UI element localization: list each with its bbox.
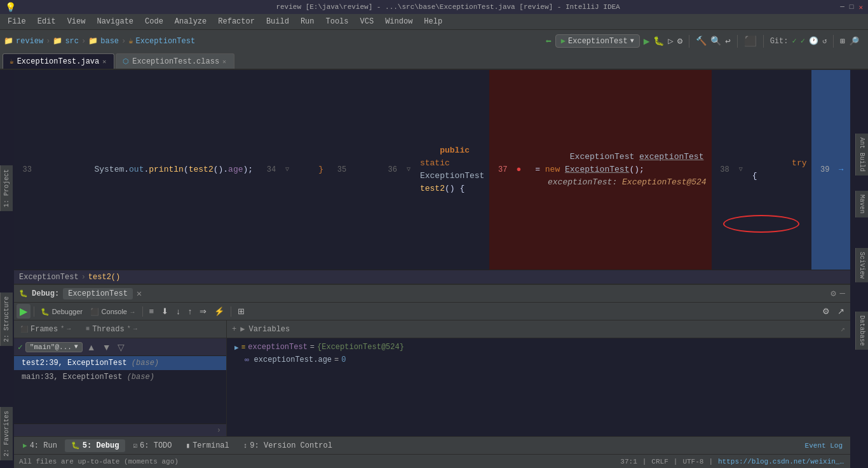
debugger-tab-btn[interactable]: 🐛 Debugger xyxy=(37,305,86,317)
gutter-37-breakpoint[interactable]: ● xyxy=(512,163,525,176)
debug-config-label[interactable]: ExceptionTest xyxy=(63,288,133,299)
thread-up-btn[interactable]: ▲ xyxy=(85,341,98,353)
menu-tools[interactable]: Tools xyxy=(321,16,354,27)
gutter-34[interactable]: ▽ xyxy=(281,163,294,176)
tab-java-close[interactable]: ✕ xyxy=(102,58,106,65)
menu-file[interactable]: File xyxy=(3,16,31,27)
run-cursor-btn[interactable]: ⇒ xyxy=(196,305,210,317)
update-btn[interactable]: ↩ xyxy=(725,36,730,46)
tab-terminal[interactable]: ▮ Terminal xyxy=(180,439,236,452)
menu-window[interactable]: Window xyxy=(380,16,417,27)
debug-button[interactable]: 🐛 xyxy=(653,36,664,46)
sidebar-tab-ant-build[interactable]: Ant Build xyxy=(855,134,868,176)
gutter-36[interactable]: ▽ xyxy=(402,163,415,176)
debug-body: ⬛ Frames * → ≡ Threads * → xyxy=(14,320,850,436)
debug-minimize-icon[interactable]: ─ xyxy=(840,289,845,299)
thread-down-btn[interactable]: ▼ xyxy=(100,341,113,353)
frames-layout-btn[interactable]: ≡ xyxy=(146,305,158,317)
run-button[interactable]: ▶ xyxy=(644,35,650,48)
resume-btn[interactable]: ▶ xyxy=(17,304,31,319)
sidebar-tab-maven[interactable]: Maven xyxy=(855,191,868,217)
frame-item-test2[interactable]: test2:39, ExceptionTest (base) xyxy=(14,356,226,370)
var-expander-1[interactable]: ▶ xyxy=(234,343,239,352)
maximize-button[interactable]: □ xyxy=(850,3,854,11)
breadcrumb-src[interactable]: src xyxy=(65,37,79,46)
status-encoding[interactable]: UTF-8 xyxy=(682,458,703,465)
status-position[interactable]: 37:1 xyxy=(620,458,637,465)
tab-exception-class[interactable]: ⬡ ExceptionTest.class ✕ xyxy=(116,53,234,69)
layout-btn[interactable]: ⊞ xyxy=(840,36,845,46)
line-num-39: 39 xyxy=(811,163,834,176)
breadcrumb-method-name[interactable]: test2() xyxy=(88,273,120,282)
debug-gear-icon[interactable]: ⚙ xyxy=(831,288,836,299)
var-obj-icon-1: ≡ xyxy=(241,343,246,351)
gutter-38[interactable]: ▽ xyxy=(735,163,747,176)
nav-back-btn[interactable]: ⬅ xyxy=(545,35,552,48)
coverage-button[interactable]: ▷ xyxy=(668,36,673,46)
sidebar-tab-project[interactable]: 1: Project xyxy=(0,165,13,211)
menu-navigate[interactable]: Navigate xyxy=(92,16,139,27)
breadcrumb-arrow: › xyxy=(81,273,86,282)
thread-dropdown[interactable]: "main"@... ▼ xyxy=(25,342,83,352)
debug-settings-btn[interactable]: ⚙ xyxy=(819,305,833,317)
status-line-sep[interactable]: CRLF xyxy=(651,458,668,465)
tab-debug[interactable]: 🐛 5: Debug xyxy=(65,439,126,452)
evaluate-btn[interactable]: ⚡ xyxy=(211,305,227,317)
close-button[interactable]: ✕ xyxy=(858,3,863,11)
menu-build[interactable]: Build xyxy=(261,16,294,27)
step-out-btn[interactable]: ↑ xyxy=(185,305,196,317)
frames-grid-btn[interactable]: ⊞ xyxy=(234,305,248,317)
debug-left-panel: ⬛ Frames * → ≡ Threads * → xyxy=(14,320,227,436)
menu-run[interactable]: Run xyxy=(295,16,320,27)
menu-help[interactable]: Help xyxy=(419,16,447,27)
var-item-age[interactable]: ∞ exceptionTest.age = 0 xyxy=(232,354,845,366)
menu-refactor[interactable]: Refactor xyxy=(213,16,260,27)
breadcrumb-class-name[interactable]: ExceptionTest xyxy=(19,273,79,282)
stop-button[interactable]: ⬛ xyxy=(744,35,757,48)
tab-todo[interactable]: ☑ 6: TODO xyxy=(126,439,178,452)
minimize-button[interactable]: ─ xyxy=(840,3,844,11)
status-git-branch[interactable]: https://blog.csdn.net/weixin_4350880... xyxy=(718,458,845,465)
menu-view[interactable]: View xyxy=(62,16,91,27)
thread-filter-btn[interactable]: ▽ xyxy=(116,341,126,353)
menu-code[interactable]: Code xyxy=(140,16,168,27)
tab-version-control[interactable]: ↕ 9: Version Control xyxy=(237,439,339,452)
search-everywhere-btn[interactable]: 🔎 xyxy=(849,36,859,46)
step-over-btn[interactable]: ⬇ xyxy=(158,305,172,317)
event-log-link[interactable]: Event Log xyxy=(805,442,843,450)
var-item-exceptiontest[interactable]: ▶ ≡ exceptionTest = {ExceptionTest@524} xyxy=(232,341,845,354)
git-revert-icon[interactable]: ↺ xyxy=(822,36,827,46)
add-var-icon[interactable]: + xyxy=(232,325,236,334)
menu-analyze[interactable]: Analyze xyxy=(170,16,212,27)
search-btn[interactable]: 🔍 xyxy=(710,36,721,46)
debug-close-icon[interactable]: ✕ xyxy=(137,288,142,299)
console-tab-btn[interactable]: ⬛ Console → xyxy=(87,305,139,317)
frames-expand-icon[interactable]: › xyxy=(217,426,221,435)
menu-edit[interactable]: Edit xyxy=(32,16,61,27)
frame-item-main[interactable]: main:33, ExceptionTest (base) xyxy=(14,370,226,384)
sidebar-tab-database[interactable]: Database xyxy=(855,312,868,350)
breadcrumb-class[interactable]: ExceptionTest xyxy=(135,37,195,46)
sidebar-tab-structure[interactable]: 2: Structure xyxy=(0,292,13,346)
debug-restore-btn[interactable]: ↗ xyxy=(834,305,848,317)
code-area[interactable]: 33 System.out.println(test2().age); 34 ▽… xyxy=(14,70,850,270)
step-into-btn[interactable]: ↓ xyxy=(173,305,184,317)
tab-run[interactable]: ▶ 4: Run xyxy=(17,439,64,452)
frames-tab[interactable]: ⬛ Frames * → xyxy=(18,324,73,335)
sidebar-tab-sciview[interactable]: SciView xyxy=(855,248,868,282)
git-history-icon[interactable]: 🕐 xyxy=(809,36,818,46)
sidebar-tab-favorites[interactable]: 2: Favorites xyxy=(0,407,13,460)
code-editor[interactable]: 33 System.out.println(test2().age); 34 ▽… xyxy=(14,70,850,270)
build-btn[interactable]: 🔨 xyxy=(696,36,707,46)
run-config-dropdown[interactable]: ▶ ExceptionTest ▼ xyxy=(555,34,640,48)
tab-class-close[interactable]: ✕ xyxy=(222,58,226,65)
tab-exception-java[interactable]: ☕ ExceptionTest.java ✕ xyxy=(3,53,114,69)
menu-vcs[interactable]: VCS xyxy=(355,16,379,27)
profile-button[interactable]: ⚙ xyxy=(677,36,682,46)
breadcrumb-review[interactable]: review xyxy=(16,37,43,46)
window-controls[interactable]: ─ □ ✕ xyxy=(840,3,863,11)
threads-tab[interactable]: ≡ Threads * → xyxy=(83,324,139,335)
toolbar-sep-2 xyxy=(737,35,738,48)
breadcrumb-base[interactable]: base xyxy=(100,37,119,46)
vars-expand-icon[interactable]: ↗ xyxy=(841,324,845,334)
